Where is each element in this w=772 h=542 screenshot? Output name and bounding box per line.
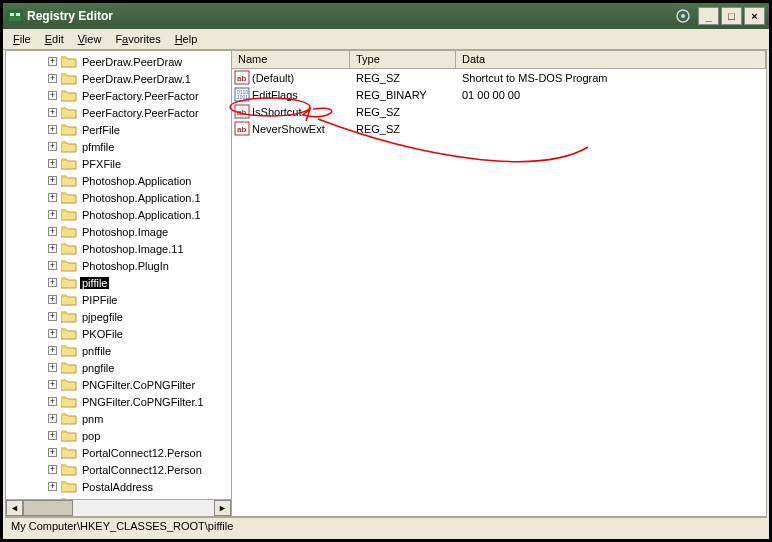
maximize-button[interactable]: □ [721,7,742,25]
maximize-icon: □ [728,10,735,22]
titlebar[interactable]: Registry Editor _ □ × [3,3,769,29]
tree-item-label: PeerFactory.PeerFactor [80,90,201,102]
folder-icon [61,446,77,459]
tree-item[interactable]: +pnm [8,410,231,427]
expand-icon[interactable]: + [48,57,57,66]
binary-value-icon: 01101001 [234,87,250,102]
list-row[interactable]: ab(Default)REG_SZShortcut to MS-DOS Prog… [232,69,766,86]
column-header-name[interactable]: Name [232,51,350,68]
tree-item[interactable]: +piffile [8,274,231,291]
tree-hscrollbar[interactable]: ◄ ► [6,499,231,516]
tree-item[interactable]: +PortalConnect12.Person [8,461,231,478]
tree-item[interactable]: +pngfile [8,359,231,376]
expand-icon[interactable]: + [48,91,57,100]
tree-item[interactable]: +pfmfile [8,138,231,155]
tree-item[interactable]: +PeerFactory.PeerFactor [8,104,231,121]
expand-icon[interactable]: + [48,448,57,457]
expand-icon[interactable]: + [48,227,57,236]
expand-icon[interactable]: + [48,159,57,168]
close-button[interactable]: × [744,7,765,25]
list-body[interactable]: ab(Default)REG_SZShortcut to MS-DOS Prog… [232,69,766,516]
tree-item-label: PIPFile [80,294,119,306]
expand-icon[interactable]: + [48,176,57,185]
tree-item-label: Photoshop.Application [80,175,193,187]
expand-icon[interactable]: + [48,295,57,304]
svg-rect-2 [16,13,20,16]
tree-item[interactable]: +PFXFile [8,155,231,172]
expand-icon[interactable]: + [48,210,57,219]
scroll-right-button[interactable]: ► [214,500,231,516]
tree-item[interactable]: +PNGFilter.CoPNGFilter.1 [8,393,231,410]
tree-item[interactable]: +PowerPoint.Addin [8,495,231,499]
expand-icon[interactable]: + [48,108,57,117]
folder-icon [61,463,77,476]
expand-icon[interactable]: + [48,431,57,440]
tree-item[interactable]: +PNGFilter.CoPNGFilter [8,376,231,393]
expand-icon[interactable]: + [48,380,57,389]
menu-edit[interactable]: Edit [39,31,70,47]
tree-scroll[interactable]: +PeerDraw.PeerDraw+PeerDraw.PeerDraw.1+P… [6,51,231,499]
list-pane: Name Type Data ab(Default)REG_SZShortcut… [232,51,766,516]
list-row[interactable]: abIsShortcutREG_SZ [232,103,766,120]
window-title: Registry Editor [27,9,674,23]
tree-item[interactable]: +PKOFile [8,325,231,342]
tree-item-label: Photoshop.Application.1 [80,209,203,221]
tree-pane: +PeerDraw.PeerDraw+PeerDraw.PeerDraw.1+P… [6,51,232,516]
tree-item[interactable]: +PortalConnect12.Person [8,444,231,461]
minimize-button[interactable]: _ [698,7,719,25]
tree-item[interactable]: +Photoshop.Image.11 [8,240,231,257]
tree-item[interactable]: +PerfFile [8,121,231,138]
tree-item[interactable]: +Photoshop.Image [8,223,231,240]
folder-icon [61,157,77,170]
tree-item[interactable]: +pnffile [8,342,231,359]
value-type: REG_BINARY [350,89,456,101]
expand-icon[interactable]: + [48,278,57,287]
folder-icon [61,174,77,187]
expand-icon[interactable]: + [48,414,57,423]
expand-icon[interactable]: + [48,465,57,474]
expand-icon[interactable]: + [48,142,57,151]
tree-item[interactable]: +Photoshop.Application.1 [8,189,231,206]
menu-view[interactable]: View [72,31,108,47]
menu-file[interactable]: File [7,31,37,47]
expand-icon[interactable]: + [48,244,57,253]
folder-icon [61,293,77,306]
folder-icon [61,225,77,238]
folder-icon [61,310,77,323]
list-row[interactable]: 01101001EditFlagsREG_BINARY01 00 00 00 [232,86,766,103]
column-header-data[interactable]: Data [456,51,766,68]
scroll-left-button[interactable]: ◄ [6,500,23,516]
tree-item[interactable]: +PIPFile [8,291,231,308]
minimize-icon: _ [705,10,711,22]
tree-item-label: PNGFilter.CoPNGFilter [80,379,197,391]
expand-icon[interactable]: + [48,346,57,355]
expand-icon[interactable]: + [48,125,57,134]
scroll-track[interactable] [73,500,214,516]
tree-item-label: PortalConnect12.Person [80,464,204,476]
tree-item[interactable]: +PeerDraw.PeerDraw [8,53,231,70]
tree-item[interactable]: +Photoshop.PlugIn [8,257,231,274]
menu-help[interactable]: Help [169,31,204,47]
expand-icon[interactable]: + [48,397,57,406]
tree-item[interactable]: +PeerDraw.PeerDraw.1 [8,70,231,87]
menu-favorites[interactable]: Favorites [109,31,166,47]
tree-item[interactable]: +PostalAddress [8,478,231,495]
expand-icon[interactable]: + [48,261,57,270]
expand-icon[interactable]: + [48,329,57,338]
expand-icon[interactable]: + [48,482,57,491]
scroll-thumb[interactable] [23,500,73,516]
folder-icon [61,191,77,204]
folder-icon [61,259,77,272]
expand-icon[interactable]: + [48,74,57,83]
expand-icon[interactable]: + [48,312,57,321]
expand-icon[interactable]: + [48,363,57,372]
column-header-type[interactable]: Type [350,51,456,68]
tree-item[interactable]: +pop [8,427,231,444]
tree-item[interactable]: +PeerFactory.PeerFactor [8,87,231,104]
list-row[interactable]: abNeverShowExtREG_SZ [232,120,766,137]
tree-item[interactable]: +pjpegfile [8,308,231,325]
tree-item[interactable]: +Photoshop.Application [8,172,231,189]
expand-icon[interactable]: + [48,193,57,202]
svg-text:1001: 1001 [237,94,248,100]
tree-item[interactable]: +Photoshop.Application.1 [8,206,231,223]
